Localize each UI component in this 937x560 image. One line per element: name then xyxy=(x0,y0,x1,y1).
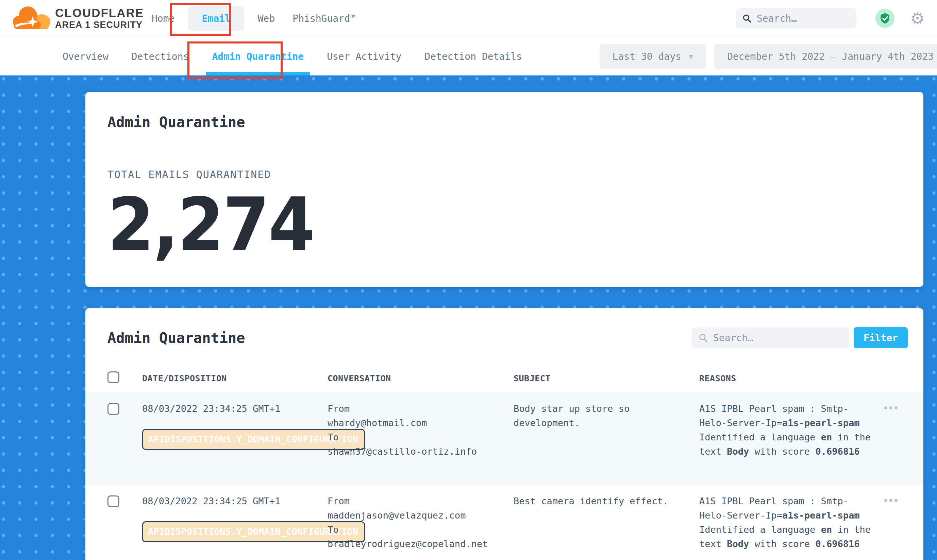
row-actions-menu[interactable] xyxy=(884,494,923,502)
top-header: CLOUDFLARE AREA 1 SECURITY Home Email We… xyxy=(0,0,937,37)
cloudflare-cloud-icon xyxy=(12,4,52,32)
row-date: 08/03/2022 23:34:25 GMT+1 xyxy=(142,494,314,508)
active-tab-underline xyxy=(206,72,310,75)
logo-sub-text: AREA 1 SECURITY xyxy=(55,19,144,30)
tab-overview[interactable]: Overview xyxy=(51,37,120,75)
select-all-checkbox[interactable] xyxy=(108,371,119,383)
summary-card-title: Admin Quarantine xyxy=(108,114,901,131)
tab-user-activity[interactable]: User Activity xyxy=(315,37,413,75)
shield-check-icon xyxy=(879,12,891,24)
from-email: whardy@hotmail.com xyxy=(327,416,500,430)
table-search[interactable] xyxy=(692,327,849,348)
tab-detection-details[interactable]: Detection Details xyxy=(413,37,534,75)
tab-admin-quarantine[interactable]: Admin Quarantine xyxy=(200,37,315,75)
row-subject: Body star up store so development. xyxy=(514,402,699,430)
tab-detections[interactable]: Detections xyxy=(120,37,201,75)
nav-item-home[interactable]: Home xyxy=(143,7,183,30)
metric-value: 2,274 xyxy=(108,186,838,263)
search-icon xyxy=(742,13,751,23)
table-card-title: Admin Quarantine xyxy=(108,329,245,346)
col-date-disposition: DATE/DISPOSITION xyxy=(142,371,327,383)
row-reasons: A1S IPBL Pearl spam : Smtp-Helo-Server-I… xyxy=(699,494,884,551)
top-nav: Home Email Web PhishGuard™ xyxy=(143,6,364,31)
time-range-dropdown[interactable]: Last 30 days ▼ xyxy=(600,44,706,69)
ellipsis-icon xyxy=(884,499,888,502)
to-email: shawn37@castillo-ortiz.info xyxy=(327,445,500,459)
protection-status-badge[interactable] xyxy=(875,9,894,28)
row-checkbox[interactable] xyxy=(108,403,119,415)
nav-item-email[interactable]: Email xyxy=(188,6,244,31)
to-email: bradleyrodriguez@copeland.net xyxy=(327,537,500,551)
nav-item-web[interactable]: Web xyxy=(249,7,284,30)
ellipsis-icon xyxy=(884,406,888,409)
col-reasons: REASONS xyxy=(699,371,884,383)
table-row[interactable]: 08/03/2022 23:34:25 GMT+1 APIDISPOSITION… xyxy=(85,485,923,560)
chevron-down-icon: ▼ xyxy=(689,52,693,61)
metric-label: TOTAL EMAILS QUARANTINED xyxy=(108,169,901,180)
quarantine-table-card: Admin Quarantine Filter DATE/DISPOSITION… xyxy=(85,308,923,560)
summary-card: Admin Quarantine TOTAL EMAILS QUARANTINE… xyxy=(85,92,923,287)
from-email: maddenjason@velazquez.com xyxy=(327,508,500,523)
table-header-row: DATE/DISPOSITION CONVERSATION SUBJECT RE… xyxy=(85,371,923,392)
row-conversation: From maddenjason@velazquez.com To bradle… xyxy=(327,494,514,551)
row-checkbox[interactable] xyxy=(108,495,119,507)
cloudflare-logo[interactable]: CLOUDFLARE AREA 1 SECURITY xyxy=(0,4,143,32)
row-subject: Best camera identify effect. xyxy=(514,494,699,508)
table-row[interactable]: 08/03/2022 23:34:25 GMT+1 APIDISPOSITION… xyxy=(85,392,923,485)
nav-item-phishguard[interactable]: PhishGuard™ xyxy=(284,7,364,30)
table-search-input[interactable] xyxy=(713,332,842,343)
date-range-display[interactable]: December 5th 2022 — January 4th 2023 xyxy=(714,44,937,69)
col-conversation: CONVERSATION xyxy=(327,371,514,383)
row-actions-menu[interactable] xyxy=(884,402,923,409)
global-search-input[interactable] xyxy=(757,13,850,24)
email-subnav: Overview Detections Admin Quarantine Use… xyxy=(0,37,937,75)
col-subject: SUBJECT xyxy=(514,371,699,383)
filter-button[interactable]: Filter xyxy=(854,327,908,348)
global-search[interactable] xyxy=(736,8,857,29)
search-icon xyxy=(699,333,708,343)
settings-gear-icon[interactable]: ⚙ xyxy=(910,10,925,26)
row-date: 08/03/2022 23:34:25 GMT+1 xyxy=(142,402,314,416)
logo-brand-text: CLOUDFLARE xyxy=(55,6,144,20)
row-conversation: From whardy@hotmail.com To shawn37@casti… xyxy=(327,402,514,459)
row-reasons: A1S IPBL Pearl spam : Smtp-Helo-Server-I… xyxy=(699,402,884,459)
page-background: Admin Quarantine TOTAL EMAILS QUARANTINE… xyxy=(0,75,937,560)
